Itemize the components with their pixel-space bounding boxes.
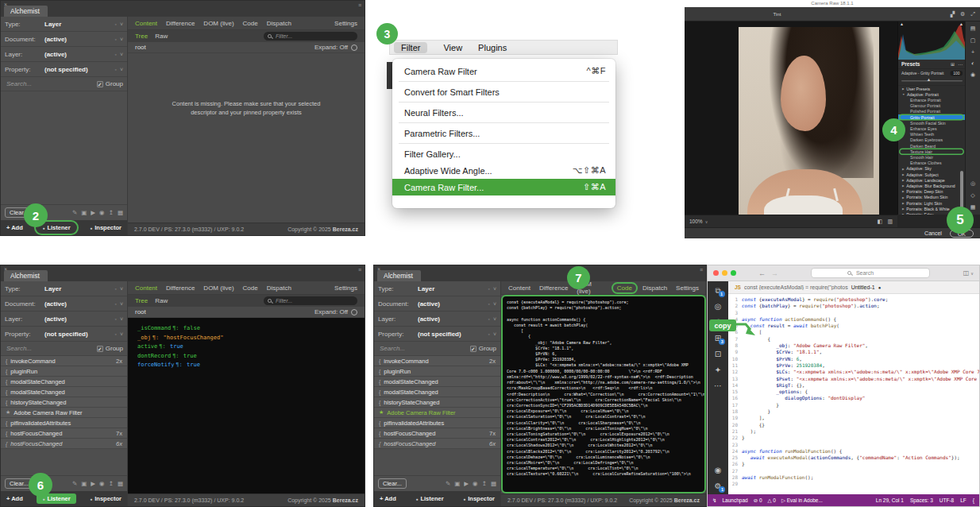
sparkle-icon[interactable]: ✦ — [715, 366, 721, 374]
preset-enhance-eyes[interactable]: Enhance Eyes — [898, 126, 965, 131]
edit-icon[interactable]: ✎ — [72, 480, 77, 487]
unsaved-dot-icon[interactable]: ● — [878, 285, 882, 290]
zoom-caret-icon[interactable]: ∨ — [705, 219, 708, 224]
edit-panel-icon[interactable]: ▤ — [970, 25, 976, 32]
preset-smooth-facial-skin[interactable]: Smooth Facial Skin — [898, 120, 965, 126]
tab-difference[interactable]: Difference — [166, 284, 195, 292]
descriptor-value[interactable]: (active) — [44, 300, 111, 308]
status-item[interactable]: Launchpad — [722, 497, 747, 504]
hand-tool-icon[interactable]: ◇ — [970, 192, 974, 199]
code-line[interactable]: 28await runModalFunction(); — [728, 474, 979, 481]
close-window-icon[interactable] — [713, 270, 719, 276]
panel-tab-alchemist[interactable]: Alchemist — [4, 270, 48, 281]
inspector-button[interactable]: ●Inspector — [90, 495, 122, 502]
code-line[interactable]: 3 — [728, 310, 979, 316]
highlight-clip-icon[interactable]: ▲ — [959, 22, 963, 26]
delete-icon[interactable]: ▦ — [491, 480, 496, 487]
code-line[interactable]: 22} — [728, 435, 979, 441]
chevron-down-icon[interactable]: ˅ — [493, 316, 496, 322]
slider-value[interactable]: 100 — [951, 71, 963, 76]
disclosure-arrow-icon[interactable]: ▶ — [902, 195, 905, 199]
event-row[interactable]: ★Adobe Camera Raw Filter — [374, 408, 500, 418]
preset-adaptive-portrait[interactable]: ▼Adaptive: Portrait — [898, 91, 965, 97]
event-row[interactable]: {hostFocusChanged6x — [374, 439, 500, 449]
view-mode-tree[interactable]: Tree — [135, 33, 148, 40]
filter-box[interactable] — [264, 32, 357, 41]
pin-icon[interactable]: ◦ — [488, 286, 489, 292]
tab-dispatch[interactable]: Dispatch — [267, 20, 291, 27]
chevron-down-icon[interactable]: ˅ — [120, 331, 123, 337]
tab-content[interactable]: Content — [508, 284, 531, 292]
extensions-icon[interactable]: ⊞3 — [715, 335, 721, 343]
code-line[interactable]: 6 [ — [728, 329, 979, 335]
event-row[interactable]: {hostFocusChanged7x — [1, 428, 127, 439]
descriptor-value[interactable]: (active) — [44, 315, 111, 323]
chevron-down-icon[interactable]: ˅ — [493, 331, 496, 337]
tab-difference[interactable]: Difference — [166, 20, 195, 27]
tab-code[interactable]: Code — [243, 284, 258, 292]
code-line[interactable]: 1const {executeAsModal} = require("photo… — [728, 296, 979, 303]
status-item[interactable]: △ 0 — [768, 497, 776, 504]
explorer-icon[interactable]: ⧉1 — [715, 287, 720, 295]
property-line[interactable]: dontRecord¶: true — [137, 352, 365, 362]
settings-link[interactable]: Settings — [334, 20, 357, 27]
cancel-button[interactable]: Cancel — [924, 230, 942, 236]
close-icon[interactable]: × — [4, 2, 7, 7]
menubar-item-plugins[interactable]: Plugins — [478, 43, 507, 52]
account-icon[interactable]: ◉ — [715, 466, 722, 474]
save-icon[interactable]: ▣ — [81, 480, 87, 487]
histogram-icon[interactable]: ▞ — [951, 11, 955, 17]
panel-menu-icon[interactable]: ≡ — [700, 267, 703, 273]
code-line[interactable]: 15 _options: { — [728, 389, 979, 395]
panel-menu-icon[interactable]: ≡ — [358, 267, 361, 273]
lock-icon[interactable]: ◉ — [99, 480, 105, 487]
descriptor-value[interactable]: (active) — [418, 315, 484, 323]
preset-texture-hair[interactable]: Texture Hair — [898, 149, 965, 154]
settings-gear-icon[interactable]: ⚙ — [960, 11, 965, 17]
event-row[interactable]: {invokeCommand2x — [374, 356, 500, 366]
chevron-down-icon[interactable]: ˅ — [120, 37, 123, 42]
remote-status-icon[interactable]: ↯ — [712, 497, 716, 504]
fullscreen-icon[interactable]: ⤢ — [970, 11, 975, 17]
pin-icon[interactable]: ◦ — [114, 52, 116, 57]
settings-link[interactable]: Settings — [676, 284, 699, 292]
preset-adaptive-sky[interactable]: ▶Adaptive: Sky — [898, 166, 965, 172]
view-mode-raw[interactable]: Raw — [155, 33, 168, 40]
nav-back-icon[interactable]: ← — [758, 269, 766, 277]
slider-track[interactable] — [901, 80, 963, 82]
copyright-brand[interactable]: Bereza.cz — [333, 497, 358, 503]
lock-icon[interactable]: ◉ — [473, 480, 478, 487]
filter-box[interactable] — [264, 296, 357, 305]
panel-menu-icon[interactable]: ≡ — [358, 2, 361, 8]
pin-pilcrow-icon[interactable]: ¶: — [172, 353, 179, 359]
pin-icon[interactable]: ◦ — [114, 67, 116, 72]
code-line[interactable]: 2const {batchPlay} = require("photoshop"… — [728, 303, 979, 309]
chevron-down-icon[interactable]: ˅ — [120, 21, 123, 27]
code-line[interactable]: 12 $LCs: "<x:xmpmeta xmlns:x=\"adobe:ns:… — [728, 369, 979, 375]
code-editor[interactable]: 1const {executeAsModal} = require("photo… — [728, 294, 979, 494]
settings-link[interactable]: Settings — [334, 284, 357, 292]
minimize-window-icon[interactable] — [722, 270, 727, 276]
tab-content[interactable]: Content — [135, 284, 157, 292]
play-icon[interactable]: ▶ — [91, 480, 95, 487]
pin-icon[interactable]: ◦ — [488, 316, 489, 322]
descriptor-value[interactable]: Layer — [44, 285, 111, 292]
layout-icon[interactable]: ◫ — [963, 269, 970, 277]
status-item[interactable]: Spaces: 3 — [910, 497, 933, 503]
property-line[interactable]: _isCommand¶: false — [137, 324, 365, 334]
preset-enhance-portrait[interactable]: Enhance Portrait — [898, 97, 965, 103]
group-checkbox[interactable]: ✓ — [97, 81, 103, 87]
generated-code[interactable]: const {executeAsModal} = require("photos… — [503, 296, 704, 480]
code-line[interactable]: 29 — [728, 481, 979, 487]
expand-toggle-icon[interactable] — [351, 309, 357, 315]
descriptor-value[interactable]: (active) — [44, 51, 111, 58]
inspector-button[interactable]: ●Inspector — [90, 224, 122, 231]
preset-whiten-teeth[interactable]: Whiten Teeth — [898, 132, 965, 137]
menubar-item-view[interactable]: View — [443, 43, 462, 52]
split-view-icon[interactable]: ▥ — [887, 219, 893, 225]
listener-button[interactable]: ●Listener — [415, 495, 443, 502]
preset-darken-eyebrows[interactable]: Darken Eyebrows — [898, 137, 965, 143]
preset-enhance-clothes[interactable]: Enhance Clothes — [898, 161, 965, 166]
edit-icon[interactable]: ✎ — [446, 480, 450, 487]
preset-glamour-portrait[interactable]: Glamour Portrait — [898, 103, 965, 109]
